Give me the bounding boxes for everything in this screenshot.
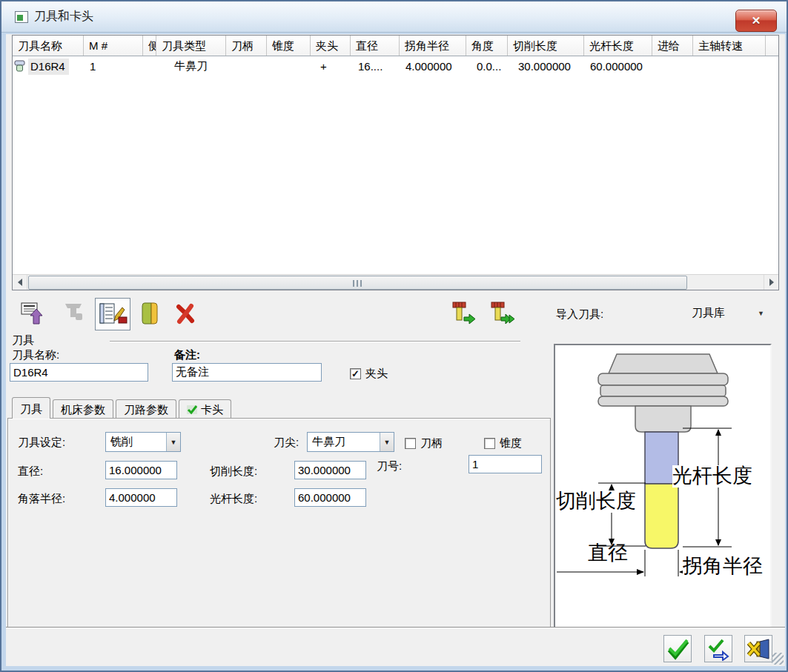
export-all-tools-icon <box>489 299 516 327</box>
column-header-m[interactable]: M # <box>84 36 143 56</box>
delete-icon <box>173 301 197 326</box>
diameter-label: 直径: <box>18 465 43 479</box>
column-header-type[interactable]: 刀具类型 <box>156 36 226 56</box>
cell-corner: 4.000000 <box>400 60 466 73</box>
close-button[interactable]: ✕ <box>735 10 777 32</box>
cell-cutlen: 30.000000 <box>508 60 584 73</box>
diagram-cut-length-label: 切削长度 <box>556 490 636 513</box>
tool-preview-panel: 光杆长度 切削长度 直径 拐角半径 <box>554 344 772 628</box>
edit-tool-button[interactable] <box>95 298 130 330</box>
tool-setting-value: 铣削 <box>106 435 166 449</box>
holder-checkbox[interactable]: ✓ 夹头 <box>350 367 388 381</box>
shank-checkbox[interactable]: 刀柄 <box>405 436 443 450</box>
tool-name-label: 刀具名称: <box>12 348 59 362</box>
column-header-diameter[interactable]: 直径 <box>351 36 400 56</box>
cut-length-label: 切削长度: <box>210 465 257 479</box>
corner-radius-label: 角落半径: <box>18 492 65 506</box>
column-header-side[interactable]: 侧 <box>143 36 156 56</box>
tip-label: 刀尖: <box>274 436 299 450</box>
tool-name-input[interactable] <box>10 363 148 382</box>
taper-checkbox[interactable]: 锥度 <box>484 436 522 450</box>
tab-machine-params[interactable]: 机床参数 <box>53 399 113 419</box>
scrollbar-grip-icon <box>353 280 363 287</box>
resize-grip[interactable] <box>772 653 784 665</box>
diagram-shoulder-length-label: 光杆长度 <box>672 465 752 488</box>
column-header-holder[interactable]: 夹头 <box>311 36 351 56</box>
window-icon <box>15 11 28 23</box>
tool-library-value: 刀具库 <box>692 306 725 320</box>
corner-radius-input[interactable] <box>105 488 177 507</box>
tab-holder[interactable]: 卡头 <box>179 399 231 419</box>
group-divider <box>110 341 520 342</box>
column-header-taper[interactable]: 锥度 <box>267 36 311 56</box>
comment-input[interactable] <box>172 363 322 382</box>
horizontal-scrollbar[interactable] <box>13 274 778 290</box>
column-header-feed[interactable]: 进给 <box>652 36 693 56</box>
column-header-name[interactable]: 刀具名称 <box>13 36 84 56</box>
dropdown-arrow-icon: ▼ <box>166 433 180 451</box>
cell-m: 1 <box>84 60 143 73</box>
ok-button[interactable] <box>663 635 692 662</box>
column-header-shoulder[interactable]: 光杆长度 <box>584 36 652 56</box>
comment-label: 备注: <box>174 348 200 362</box>
taper-checkbox-label: 锥度 <box>500 436 522 450</box>
tip-value: 牛鼻刀 <box>308 435 380 449</box>
scroll-right-button[interactable] <box>764 275 778 290</box>
table-row[interactable]: D16R4 1 牛鼻刀 + 16.... 4.000000 0.0... 30.… <box>13 56 778 76</box>
column-header-angle[interactable]: 角度 <box>466 36 508 56</box>
ok-check-icon <box>666 638 689 660</box>
column-header-spindle[interactable]: 主轴转速 <box>693 36 766 56</box>
cut-length-input[interactable] <box>294 461 366 479</box>
scrollbar-thumb[interactable] <box>28 276 687 290</box>
scroll-right-icon <box>769 279 774 286</box>
tool-number-label: 刀号: <box>377 459 402 473</box>
exit-button[interactable] <box>744 635 772 662</box>
holder-icon <box>141 301 162 326</box>
checkbox-box <box>484 438 495 449</box>
tool-number-input[interactable] <box>469 455 542 473</box>
column-header-shank[interactable]: 刀柄 <box>226 36 267 56</box>
edit-tool-icon <box>98 301 128 327</box>
tab-tool[interactable]: 刀具 <box>12 397 50 419</box>
shoulder-length-input[interactable] <box>294 488 366 507</box>
diameter-input[interactable] <box>105 461 177 479</box>
assembly-tool-button-disabled[interactable] <box>61 299 87 327</box>
apply-button[interactable] <box>704 635 732 662</box>
cell-shoulder: 60.000000 <box>584 60 652 73</box>
add-tool-button[interactable] <box>19 299 46 327</box>
titlebar: 刀具和卡头 ✕ <box>1 1 787 33</box>
column-header-stub <box>766 36 778 56</box>
cell-tool-name: D16R4 <box>13 59 84 75</box>
column-header-corner[interactable]: 拐角半径 <box>400 36 466 56</box>
dialog-client-area: 刀具名称 M # 侧 刀具类型 刀柄 锥度 夹头 直径 拐角半径 角度 切削长度… <box>6 34 785 666</box>
export-tool-button[interactable] <box>451 299 477 327</box>
cell-diameter: 16.... <box>351 60 400 73</box>
checkbox-box <box>405 438 416 449</box>
tool-library-dropdown[interactable]: 刀具库 ▼ <box>692 306 764 320</box>
tool-setting-select[interactable]: 铣削 ▼ <box>105 432 181 452</box>
bottom-divider <box>6 627 785 628</box>
tool-list-header: 刀具名称 M # 侧 刀具类型 刀柄 锥度 夹头 直径 拐角半径 角度 切削长度… <box>13 36 778 56</box>
delete-tool-button[interactable] <box>172 299 199 327</box>
dropdown-arrow-icon: ▼ <box>380 433 394 451</box>
dropdown-arrow-icon: ▼ <box>758 310 764 317</box>
tools-and-holders-dialog: 刀具和卡头 ✕ 刀具名称 M # 侧 刀具类型 刀柄 锥度 夹头 直径 拐角半径… <box>0 0 788 672</box>
assembly-tool-icon <box>62 301 87 326</box>
tip-select[interactable]: 牛鼻刀 ▼ <box>307 432 394 452</box>
diagram-corner-radius-label: 拐角半径 <box>683 556 763 578</box>
checkbox-check-icon: ✓ <box>350 368 361 379</box>
cell-angle: 0.0... <box>466 60 508 73</box>
tool-list: 刀具名称 M # 侧 刀具类型 刀柄 锥度 夹头 直径 拐角半径 角度 切削长度… <box>12 35 779 290</box>
cell-holder: + <box>311 60 351 73</box>
holder-checkbox-label: 夹头 <box>365 367 388 381</box>
export-all-tools-button[interactable] <box>489 299 516 327</box>
holder-button[interactable] <box>138 299 165 327</box>
column-header-cutlen[interactable]: 切削长度 <box>508 36 584 56</box>
shoulder-length-label: 光杆长度: <box>210 492 257 506</box>
window-title: 刀具和卡头 <box>34 9 93 24</box>
scroll-left-button[interactable] <box>13 275 27 290</box>
tool-row-icon <box>14 60 26 73</box>
list-empty-area <box>13 76 778 274</box>
tool-setting-label: 刀具设定: <box>18 436 65 450</box>
tab-toolpath-params[interactable]: 刀路参数 <box>116 399 176 419</box>
